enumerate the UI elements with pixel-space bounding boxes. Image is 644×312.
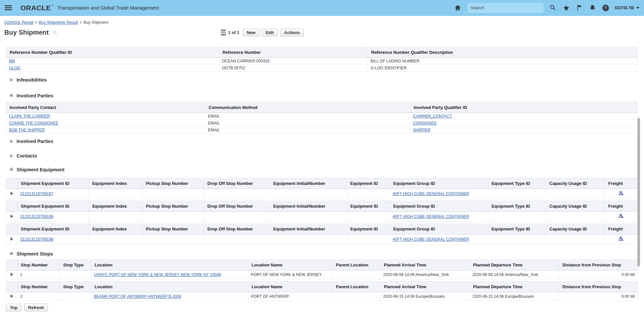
section-contacts[interactable]: Contacts — [10, 153, 637, 159]
record-toolbar: 1 of 1 New Edit Actions — [221, 29, 304, 36]
involved-party-contact-link[interactable]: BOB THE SHIPPER — [9, 128, 45, 132]
search-icon[interactable] — [549, 4, 557, 12]
expand-row-icon[interactable] — [11, 215, 13, 218]
involved-party-qualifier-link[interactable]: SHIPPER — [413, 128, 430, 132]
shipment-equipment-table: Shipment Equipment ID Equipment Index Pi… — [6, 201, 637, 222]
footer-toolbar: Top Refresh — [6, 304, 644, 311]
distance-value: 0.00 MI — [559, 270, 638, 279]
column-header-type-id: Equipment Type ID — [488, 224, 546, 234]
column-header-freight: Freight — [605, 178, 637, 189]
section-shipment-stops[interactable]: Shipment Stops — [10, 251, 637, 257]
ref-qualifier-link[interactable]: GLOG — [9, 66, 20, 70]
section-infeasibilities[interactable]: Infeasibilities — [10, 77, 637, 83]
column-header-ref-qualifier-id: Reference Number Qualifier ID — [6, 47, 219, 58]
expand-row-icon[interactable] — [11, 237, 13, 241]
column-header-initial-number: Equipment Initial/Number — [270, 224, 347, 234]
column-header-location: Location — [91, 260, 248, 270]
column-header-pickup-stop: Pickup Stop Number — [142, 201, 204, 212]
expand-row-icon[interactable] — [11, 295, 13, 298]
reference-numbers-table: Reference Number Qualifier ID Reference … — [6, 47, 638, 72]
shipment-equipment-id-link[interactable]: 312313125759198 — [20, 237, 53, 242]
column-header-pickup-stop: Pickup Stop Number — [142, 178, 204, 189]
shipment-equipment-id-link[interactable]: 312313125759197 — [20, 191, 53, 196]
record-count: 1 of 1 — [228, 30, 239, 35]
column-header-initial-number: Equipment Initial/Number — [270, 178, 347, 189]
freight-icon[interactable] — [618, 236, 624, 242]
table-row: 312313125759197 40FT HIGH CUBE GENERAL C… — [6, 189, 637, 199]
column-header-location-name: Location Name — [248, 260, 333, 270]
column-header-involved-party-qualifier: Involved Party Qualifier ID — [410, 102, 638, 113]
table-row: CONNIE THE CONSIGNEE EMAIL CONSIGNEE — [6, 120, 638, 127]
column-header-equip-id: Equipment ID — [347, 178, 390, 189]
expand-row-icon[interactable] — [11, 273, 13, 276]
column-header-equipment-id: Shipment Equipment ID — [18, 224, 89, 234]
help-icon[interactable]: ? — [602, 5, 609, 11]
column-header-group-id: Equipment Group ID — [390, 224, 488, 234]
column-header-dropoff-stop: Drop Off Stop Number — [204, 178, 270, 189]
column-header-planned-departure: Planned Departure Time — [470, 260, 559, 270]
column-header-equipment-index: Equipment Index — [89, 224, 142, 234]
flag-icon[interactable] — [576, 4, 583, 12]
collapse-icon — [9, 167, 14, 172]
involved-party-contact-link[interactable]: CLARK THE CARRIER — [9, 114, 50, 119]
involved-party-qualifier-link[interactable]: CARRIER_CONTACT — [413, 114, 452, 119]
favorites-star-icon[interactable] — [563, 4, 570, 12]
ref-qualifier-link[interactable]: BM — [9, 59, 15, 63]
shipment-equipment-id-link[interactable]: 312313125759199 — [20, 214, 53, 219]
search-input[interactable] — [467, 3, 543, 13]
column-header-planned-arrival: Planned Arrival Time — [381, 282, 470, 292]
edit-button[interactable]: Edit — [262, 29, 278, 36]
equipment-group-link[interactable]: 40FT HIGH CUBE GENERAL CONTAINER — [393, 214, 469, 219]
notifications-bell-icon[interactable] — [589, 4, 596, 12]
column-header-freight: Freight — [605, 224, 637, 234]
breadcrumb-buy-shipments-result[interactable]: Buy Shipments Result — [39, 20, 78, 25]
table-row: BM OCEAN CARRIER-000333 BILL OF LADING N… — [6, 58, 638, 65]
user-name: OOTB.TB — [615, 5, 634, 10]
column-header-distance: Distance from Previous Stop — [559, 282, 638, 292]
table-row: 312313125759199 40FT HIGH CUBE GENERAL C… — [6, 212, 637, 222]
involved-party-contact-link[interactable]: CONNIE THE CONSIGNEE — [9, 121, 58, 125]
shipment-equipment-table: Shipment Equipment ID Equipment Index Pi… — [6, 224, 637, 244]
column-header-communication-method: Communication Method — [205, 102, 410, 113]
shipment-equipment-table: Shipment Equipment ID Equipment Index Pi… — [6, 178, 637, 199]
section-involved-parties-2[interactable]: Involved Parties — [10, 138, 637, 144]
involved-party-qualifier-link[interactable]: CONSIGNEE — [413, 121, 437, 125]
section-shipment-equipment[interactable]: Shipment Equipment — [10, 167, 637, 173]
actions-button[interactable]: Actions — [280, 29, 304, 36]
column-header-parent-location: Parent Location — [333, 260, 381, 270]
pagination-list-icon[interactable] — [221, 29, 226, 36]
table-row: 1 USNYC PORT OF NEW YORK & NEW JERSEY NE… — [6, 270, 638, 279]
home-icon[interactable] — [454, 4, 462, 12]
menu-icon[interactable] — [5, 5, 12, 10]
new-button[interactable]: New — [243, 29, 260, 36]
column-header-equipment-id: Shipment Equipment ID — [18, 178, 89, 189]
vertical-scrollbar-thumb[interactable] — [637, 118, 640, 266]
column-header-capacity-id: Capacity Usage ID — [546, 178, 605, 189]
registered-mark — [52, 5, 53, 6]
column-header-pickup-stop: Pickup Stop Number — [142, 224, 204, 234]
oracle-logo: ORACLE — [20, 4, 51, 12]
shipment-stops-table: Stop Number Stop Type Location Location … — [6, 260, 638, 279]
column-header-equipment-id: Shipment Equipment ID — [18, 201, 89, 212]
refresh-button[interactable]: Refresh — [24, 304, 48, 311]
freight-icon[interactable] — [618, 213, 624, 220]
section-involved-parties[interactable]: Involved Parties — [10, 93, 637, 99]
page-title: Buy Shipment — [4, 29, 49, 36]
equipment-group-link[interactable]: 40FT HIGH CUBE GENERAL CONTAINER — [393, 191, 469, 196]
table-row: GLOG OOTB.05702 G-LOG IDENTIFIER — [6, 65, 638, 72]
column-header-equip-id: Equipment ID — [347, 201, 390, 212]
top-button[interactable]: Top — [6, 304, 21, 311]
column-header-group-id: Equipment Group ID — [390, 201, 488, 212]
freight-icon[interactable] — [618, 191, 624, 197]
expand-icon — [10, 154, 13, 158]
stop-location-link[interactable]: USNYC PORT OF NEW YORK & NEW JERSEY NEW … — [94, 272, 221, 277]
expand-row-icon[interactable] — [11, 192, 13, 195]
stop-location-link[interactable]: BEANR PORT OF ANTWERP ANTWERP B-2000 — [94, 294, 181, 299]
favorite-star-icon[interactable]: ☆ — [53, 29, 57, 35]
user-menu[interactable]: OOTB.TB — [615, 5, 640, 10]
distance-value: 0.00 MI — [559, 292, 638, 301]
equipment-group-link[interactable]: 40FT HIGH CUBE GENERAL CONTAINER — [393, 237, 469, 242]
table-row: BOB THE SHIPPER EMAIL SHIPPER — [6, 127, 638, 134]
breadcrumb-consol-result[interactable]: CONSOL Result — [4, 20, 33, 25]
column-header-capacity-id: Capacity Usage ID — [546, 224, 605, 234]
